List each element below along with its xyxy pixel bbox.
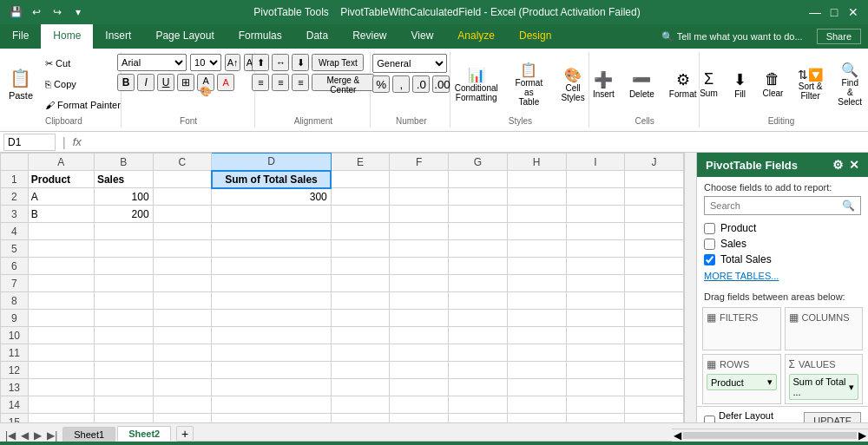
- cell-4-I[interactable]: [566, 223, 625, 240]
- cell-10-A[interactable]: [28, 327, 94, 344]
- row-number[interactable]: 7: [1, 275, 29, 292]
- cell-2-I[interactable]: [566, 188, 625, 206]
- cell-6-B[interactable]: [94, 258, 153, 275]
- paste-btn[interactable]: 📋 Paste: [3, 60, 39, 108]
- cell-4-G[interactable]: [449, 223, 508, 240]
- cell-2-F[interactable]: [390, 188, 449, 206]
- tab-analyze[interactable]: Analyze: [445, 24, 507, 49]
- sheet-tab-sheet2[interactable]: Sheet2: [117, 426, 171, 442]
- cell-14-H[interactable]: [507, 396, 566, 414]
- cell-11-I[interactable]: [566, 344, 625, 362]
- cell-11-A[interactable]: [28, 344, 94, 362]
- h-scroll-right[interactable]: ▶: [858, 429, 866, 442]
- number-format-select[interactable]: General: [372, 54, 447, 73]
- cell-3-E[interactable]: [331, 206, 390, 223]
- cell-15-C[interactable]: [153, 414, 212, 423]
- row-number[interactable]: 6: [1, 258, 29, 275]
- cell-8-A[interactable]: [28, 292, 94, 310]
- cell-11-C[interactable]: [153, 344, 212, 362]
- cell-7-G[interactable]: [449, 275, 508, 292]
- cell-9-J[interactable]: [625, 310, 684, 327]
- cell-15-J[interactable]: [625, 414, 684, 423]
- pivot-field-sales[interactable]: Sales: [697, 236, 868, 252]
- cell-9-H[interactable]: [507, 310, 566, 327]
- cell-10-D[interactable]: [212, 327, 332, 344]
- pivot-area-values[interactable]: Σ VALUES Sum of Total ... ▾: [785, 354, 864, 404]
- add-sheet-button[interactable]: +: [176, 426, 194, 442]
- cell-3-B[interactable]: 200: [94, 206, 153, 223]
- cell-1-E[interactable]: [331, 171, 390, 188]
- pivot-field-checkbox-product[interactable]: [704, 223, 715, 234]
- defer-checkbox[interactable]: [704, 416, 715, 423]
- spreadsheet[interactable]: A B C D E F G H I J 1ProductSalesSum of …: [0, 153, 684, 422]
- cell-4-H[interactable]: [507, 223, 566, 240]
- cell-1-B[interactable]: Sales: [94, 171, 153, 188]
- cell-14-G[interactable]: [449, 396, 508, 414]
- cell-11-F[interactable]: [390, 344, 449, 362]
- undo-btn[interactable]: ↩: [28, 3, 45, 21]
- cut-btn[interactable]: ✂ Cut: [41, 54, 125, 73]
- cell-14-J[interactable]: [625, 396, 684, 414]
- format-as-table-btn[interactable]: 📋 Format asTable: [505, 60, 553, 108]
- cell-3-C[interactable]: [153, 206, 212, 223]
- sum-btn[interactable]: Σ Sum: [694, 60, 723, 108]
- cell-9-C[interactable]: [153, 310, 212, 327]
- merge-center-btn[interactable]: Merge & Center: [312, 74, 374, 91]
- cell-4-A[interactable]: [28, 223, 94, 240]
- cell-3-I[interactable]: [566, 206, 625, 223]
- copy-btn[interactable]: ⎘ Copy: [41, 75, 125, 94]
- row-number[interactable]: 13: [1, 379, 29, 396]
- cell-8-H[interactable]: [507, 292, 566, 310]
- cell-9-F[interactable]: [390, 310, 449, 327]
- defer-label[interactable]: Defer Layout Update: [704, 410, 804, 422]
- cell-11-H[interactable]: [507, 344, 566, 362]
- font-family-select[interactable]: Arial: [117, 54, 187, 71]
- tell-me-input[interactable]: Tell me what you want to do...: [677, 31, 803, 42]
- cell-7-F[interactable]: [390, 275, 449, 292]
- cell-12-D[interactable]: [212, 362, 332, 379]
- cell-5-C[interactable]: [153, 240, 212, 258]
- cell-7-H[interactable]: [507, 275, 566, 292]
- values-area-sum-item[interactable]: Sum of Total ... ▾: [789, 374, 859, 400]
- cell-2-J[interactable]: [625, 188, 684, 206]
- insert-btn[interactable]: ➕ Insert: [587, 60, 621, 108]
- cell-7-J[interactable]: [625, 275, 684, 292]
- font-size-select[interactable]: 10: [190, 54, 221, 71]
- delete-btn[interactable]: ➖ Delete: [623, 60, 661, 108]
- cell-7-C[interactable]: [153, 275, 212, 292]
- percent-btn[interactable]: %: [372, 75, 390, 93]
- cell-10-F[interactable]: [390, 327, 449, 344]
- cell-8-J[interactable]: [625, 292, 684, 310]
- sheet-scroll-first[interactable]: |◀: [3, 429, 17, 442]
- increase-font-btn[interactable]: A↑: [225, 54, 240, 71]
- pivot-area-filters[interactable]: ▦ FILTERS: [702, 307, 781, 350]
- sheet-tab-sheet1[interactable]: Sheet1: [62, 427, 115, 442]
- row-number[interactable]: 8: [1, 292, 29, 310]
- cell-2-D[interactable]: 300: [212, 188, 332, 206]
- cell-10-B[interactable]: [94, 327, 153, 344]
- redo-btn[interactable]: ↪: [49, 3, 66, 21]
- cell-5-B[interactable]: [94, 240, 153, 258]
- cell-6-F[interactable]: [390, 258, 449, 275]
- wrap-text-btn[interactable]: Wrap Text: [312, 54, 364, 71]
- cell-9-E[interactable]: [331, 310, 390, 327]
- tab-formulas[interactable]: Formulas: [227, 24, 294, 49]
- cell-12-B[interactable]: [94, 362, 153, 379]
- cell-1-C[interactable]: [153, 171, 212, 188]
- cell-14-E[interactable]: [331, 396, 390, 414]
- cell-3-H[interactable]: [507, 206, 566, 223]
- pivot-field-checkbox-sales[interactable]: [704, 239, 715, 250]
- cell-10-J[interactable]: [625, 327, 684, 344]
- cell-6-D[interactable]: [212, 258, 332, 275]
- cell-15-G[interactable]: [449, 414, 508, 423]
- cell-15-D[interactable]: [212, 414, 332, 423]
- cell-15-I[interactable]: [566, 414, 625, 423]
- tab-data[interactable]: Data: [294, 24, 340, 49]
- more-tables-link[interactable]: MORE TABLES...: [697, 267, 868, 285]
- row-number[interactable]: 5: [1, 240, 29, 258]
- row-number[interactable]: 4: [1, 223, 29, 240]
- cell-12-I[interactable]: [566, 362, 625, 379]
- col-header-A[interactable]: A: [28, 154, 94, 171]
- cell-14-C[interactable]: [153, 396, 212, 414]
- cell-5-J[interactable]: [625, 240, 684, 258]
